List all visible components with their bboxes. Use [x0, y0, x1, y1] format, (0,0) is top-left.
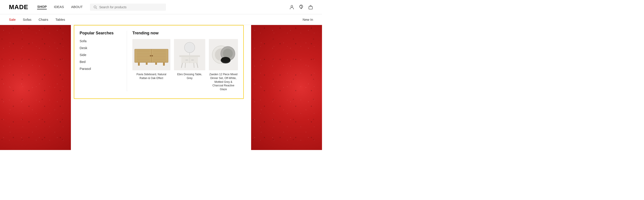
- popular-searches-section: Popular Searches Sofa Desk Side Bed Para…: [74, 31, 127, 91]
- product-name-1: Pavia Sideboard, Natural Rattan & Oak Ef…: [132, 73, 170, 80]
- nav-ideas[interactable]: IDEAS: [54, 5, 64, 9]
- svg-rect-3: [309, 6, 312, 9]
- trending-now-section: Trending now: [127, 31, 243, 91]
- svg-rect-26: [163, 62, 165, 66]
- trending-product-2[interactable]: Ebro Dressing Table, Grey: [174, 39, 205, 91]
- svg-point-23: [150, 55, 151, 56]
- search-input[interactable]: [99, 5, 162, 9]
- sub-nav-tables[interactable]: Tables: [56, 18, 65, 21]
- search-term-desk[interactable]: Desk: [80, 46, 122, 50]
- trending-products-list: Pavia Sideboard, Natural Rattan & Oak Ef…: [132, 39, 238, 91]
- sub-nav-new-in[interactable]: New In: [302, 18, 313, 21]
- search-dropdown: Popular Searches Sofa Desk Side Bed Para…: [74, 25, 244, 99]
- svg-point-24: [152, 55, 153, 56]
- svg-rect-27: [146, 62, 148, 65]
- popular-searches-title: Popular Searches: [80, 31, 122, 35]
- header-icons: [289, 5, 313, 9]
- svg-rect-32: [179, 55, 200, 57]
- sub-nav-sofas[interactable]: Sofas: [23, 18, 31, 21]
- trending-product-3[interactable]: Zaeden 12 Piece Mixed Dinner Set, Off-Wh…: [209, 39, 238, 91]
- svg-rect-25: [138, 62, 140, 66]
- sub-nav: Sale Sofas Chairs Tables New In: [0, 14, 322, 25]
- search-term-sofa[interactable]: Sofa: [80, 39, 122, 43]
- search-icon: [94, 5, 97, 9]
- user-icon[interactable]: [289, 5, 294, 9]
- svg-line-38: [197, 63, 198, 68]
- product-name-3: Zaeden 12 Piece Mixed Dinner Set, Off-Wh…: [209, 73, 238, 91]
- svg-rect-28: [155, 62, 157, 65]
- product-image-2: [174, 39, 205, 70]
- product-image-1: [132, 39, 170, 70]
- svg-line-40: [194, 63, 194, 68]
- search-term-parasol[interactable]: Parasol: [80, 67, 122, 70]
- header: MADE SHOP IDEAS ABOUT: [0, 0, 322, 14]
- nav-about[interactable]: ABOUT: [71, 5, 83, 9]
- svg-line-39: [185, 63, 186, 68]
- main-nav: SHOP IDEAS ABOUT: [37, 5, 82, 9]
- wishlist-icon[interactable]: [299, 5, 304, 9]
- search-term-bed[interactable]: Bed: [80, 60, 122, 64]
- svg-line-37: [181, 63, 182, 68]
- svg-line-1: [96, 8, 97, 9]
- product-name-2: Ebro Dressing Table, Grey: [174, 73, 205, 80]
- search-term-side[interactable]: Side: [80, 53, 122, 57]
- sub-nav-sale[interactable]: Sale: [9, 18, 16, 21]
- trending-product-1[interactable]: Pavia Sideboard, Natural Rattan & Oak Ef…: [132, 39, 170, 91]
- sub-nav-chairs[interactable]: Chairs: [38, 18, 48, 21]
- bag-icon[interactable]: [308, 5, 313, 9]
- nav-shop[interactable]: SHOP: [37, 5, 47, 9]
- svg-point-46: [221, 57, 230, 62]
- svg-point-30: [185, 43, 194, 52]
- svg-point-44: [223, 49, 233, 58]
- trending-now-title: Trending now: [132, 31, 238, 35]
- svg-point-2: [291, 5, 293, 7]
- hero-left: [0, 25, 71, 150]
- product-image-3: [209, 39, 238, 70]
- search-bar[interactable]: [90, 3, 166, 11]
- logo[interactable]: MADE: [9, 3, 28, 11]
- hero-right: [251, 25, 322, 150]
